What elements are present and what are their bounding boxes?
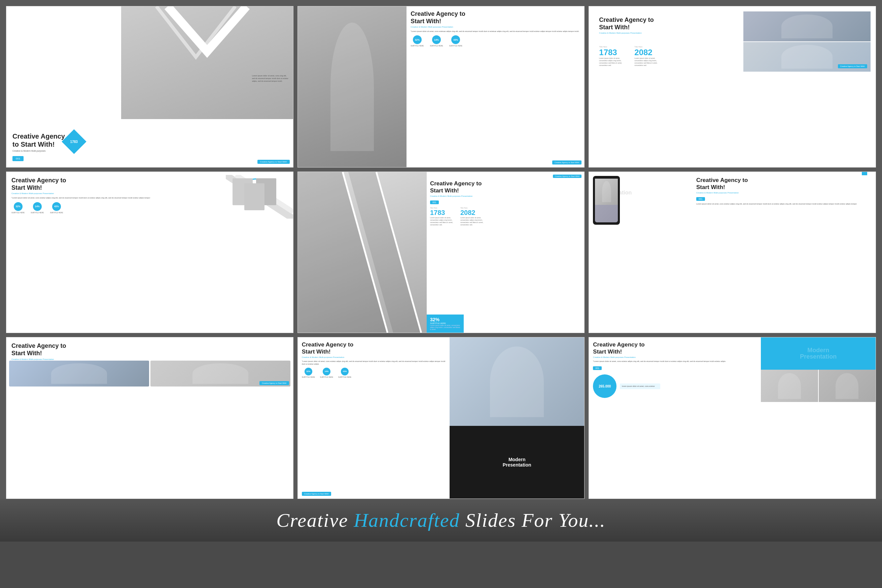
slide4-body: "Lorem ipsum dolor sit amet, cons ectetu…	[11, 196, 164, 199]
slide6-badge: 001	[696, 197, 705, 201]
slide4-stat1-pct: 32%	[14, 202, 23, 211]
slide2-title: Creative Agency to Start With!	[410, 10, 580, 25]
slide4-stat2-label: SUBTITLE HERE	[31, 212, 44, 214]
slide6-body: Lorem ipsum dolor sit amet, cons ectetur…	[696, 202, 871, 205]
slides-grid: Creative Agency to Start With! Creative …	[0, 0, 882, 499]
slide8-stat-2: 14% SUBTITLE HERE	[320, 368, 333, 378]
slide9-title: Creative Agency to Start With!	[593, 341, 754, 355]
slide8-right-bottom: Modern Presentation	[449, 426, 584, 498]
slide5-stat2-num: 2082	[460, 209, 485, 217]
slide4-stat-2: 14% SUBTITLE HERE	[31, 202, 44, 214]
slide4-stat3-label: SUBTITLE HERE	[50, 212, 63, 214]
slide5-left-img	[298, 172, 427, 333]
slide7-btn[interactable]: Creative Agency to Start With!	[260, 381, 289, 385]
slide9-circle-text: lorem ipsum dolor sit amet, cons ectetur	[620, 384, 660, 389]
slide5-subtitle: Creative & Modern Multi-purposes Present…	[430, 195, 581, 197]
slide6-phone	[593, 176, 620, 225]
slide8-right-top	[449, 338, 584, 426]
slide8-modern-text: Modern	[503, 457, 531, 462]
slide8-body: "Lorem ipsum dolor sit amet, cons ectetu…	[302, 360, 446, 366]
slide3-btn[interactable]: Creative Agency to Start With!	[838, 64, 867, 68]
slide2-body: "Lorem ipsum dolor sit amet, cons ectetu…	[410, 30, 580, 33]
slide8-stat-3: 43% SUBTITLE HERE	[338, 368, 351, 378]
slide5-box-text: Lorem ipsum dolor sit amet, consectetur …	[430, 324, 460, 330]
slide-9: Creative Agency to Start With! Creative …	[589, 337, 876, 498]
slide9-circle: 265.000	[593, 374, 616, 398]
slide8-right: Modern Presentation	[449, 338, 584, 498]
slide5-stats: Title Here 1783 Lorem ipsum dolor sit am…	[430, 207, 581, 226]
slide5-badge: 001	[430, 201, 439, 204]
slide1-btn[interactable]: Creative Agency to Start With!	[257, 160, 290, 164]
slide2-btn[interactable]: Creative Agency to Start With!	[552, 160, 581, 165]
slide9-img1	[761, 370, 818, 402]
svg-rect-4	[244, 183, 264, 210]
slide2-stat-3: 43% SUBTITLE HERE	[449, 35, 462, 47]
slide4-stat2-pct: 14%	[33, 202, 42, 211]
slide8-title: Creative Agency to Start With!	[302, 341, 446, 355]
slide-8: Creative Agency to Start With! Creative …	[298, 337, 585, 498]
slide3-stat2-num: 2082	[634, 48, 663, 57]
slide1-subtitle: Creative & Modern Multi-purposes	[12, 150, 65, 152]
slide9-right-imgs	[761, 370, 876, 402]
slide9-img2	[819, 370, 876, 402]
slide8-left: Creative Agency to Start With! Creative …	[298, 338, 449, 498]
slide1-diamond: 1783	[62, 129, 87, 154]
slide8-presentation-text: Presentation	[503, 462, 531, 468]
slide-1: Creative Agency to Start With! Creative …	[6, 6, 293, 168]
slide9-right-top: Modern Presentation	[761, 338, 876, 370]
slide-4: Creative Agency to Start With! Creative …	[6, 171, 293, 333]
slide1-diamond-num: 1783	[70, 140, 78, 144]
footer-text-part2: Handcrafted	[354, 509, 466, 531]
slide9-right: Modern Presentation	[761, 338, 876, 402]
slide6-phone-screen	[595, 178, 618, 222]
slide1-title: Creative Agency to Start With!	[12, 132, 65, 148]
slide7-img1	[9, 361, 149, 387]
slide9-badge: 001	[593, 366, 602, 370]
slide2-stat1-label: SUBTITLE HERE	[410, 45, 424, 47]
footer-text-part1: Creative	[276, 509, 354, 531]
slide5-blue-box: 32% SUBTITLE HERE Lorem ipsum dolor sit …	[427, 315, 464, 333]
slide9-body: "Lorem ipsum dolor sit amet, cons ectetu…	[593, 360, 746, 363]
footer-text-part3: Slides For You...	[466, 509, 606, 531]
slide4-stat-3: 43% SUBTITLE HERE	[50, 202, 63, 214]
slide3-stat2-text: Lorem ipsum dolor sit amet, consectetur …	[634, 57, 663, 67]
slide5-stat-1: Title Here 1783 Lorem ipsum dolor sit am…	[430, 207, 455, 226]
slide2-stats: 32% SUBTITLE HERE 14% SUBTITLE HERE 43% …	[410, 35, 580, 47]
slide3-stat-1: Title Here 1783 Lorem ipsum dolor sit am…	[599, 46, 628, 67]
slide2-photo	[298, 6, 407, 167]
slide5-top-btn[interactable]: Creative Agency to Start With!	[553, 175, 581, 178]
slide7-images	[9, 361, 290, 387]
slide-7: Creative Agency to Start With! Creative …	[6, 337, 293, 498]
slide2-stat1-pct: 32%	[413, 35, 422, 44]
slide4-stat-1: 32% SUBTITLE HERE	[11, 202, 24, 214]
slide8-stat-1: 32% SUBTITLE HERE	[302, 368, 315, 378]
slide3-stat1-text: Lorem ipsum dolor sit amet, consectetur …	[599, 57, 628, 67]
slide8-btn[interactable]: Creative Agency to Start With!	[302, 492, 331, 496]
slide7-title: Creative Agency to Start With!	[11, 342, 288, 357]
slide6-title: Creative Agency to Start With!	[696, 177, 871, 191]
slide2-stat-2: 14% SUBTITLE HERE	[430, 35, 443, 47]
slide4-stat3-pct: 43%	[52, 202, 61, 211]
slide2-subtitle: Creative & Modern Multi-purposes Present…	[410, 26, 580, 28]
slide2-stat2-pct: 14%	[432, 35, 441, 44]
slide9-modern-text: Modern Presentation	[800, 347, 837, 361]
slide3-stat1-num: 1783	[599, 48, 628, 57]
slide8-subtitle: Creative & Modern Multi-purposes Present…	[302, 356, 446, 358]
slide-2: Creative Agency to Start With! Creative …	[298, 6, 585, 168]
footer-text: Creative Handcrafted Slides For You...	[3, 509, 879, 531]
slide2-stat3-label: SUBTITLE HERE	[449, 45, 462, 47]
slide6-top-bar	[862, 172, 867, 175]
slide8-stats: 32% SUBTITLE HERE 14% SUBTITLE HERE 43% …	[302, 368, 446, 378]
slide1-badge: 001	[12, 156, 24, 161]
slide3-img1	[743, 11, 871, 41]
slide3-right-images	[743, 11, 871, 72]
slide7-subtitle: Creative & Modern Multi-purposes Present…	[11, 358, 288, 360]
slide5-stat1-text: Lorem ipsum dolor sit amet, consectetur …	[430, 217, 455, 226]
slide-5: Creative Agency to Start With! Creative …	[298, 171, 585, 333]
slide6-subtitle: Creative & Modern Multi-purposes Present…	[696, 192, 871, 194]
slide-6: Modern Presentation Creative Agency to S…	[589, 171, 876, 333]
slide5-stat2-text: Lorem ipsum dolor sit amet, consectetur …	[460, 217, 485, 226]
slide1-lorem: Lorem ipsum dolor sit amet, cons cing el…	[252, 75, 289, 83]
slide4-stat1-label: SUBTITLE HERE	[11, 212, 24, 214]
slide2-stat-1: 32% SUBTITLE HERE	[410, 35, 424, 47]
